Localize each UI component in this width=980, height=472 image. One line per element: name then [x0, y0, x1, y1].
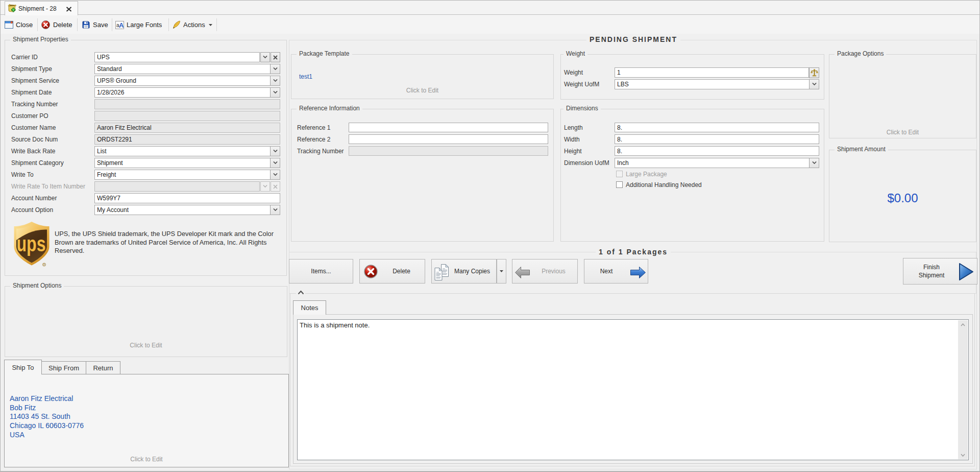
svg-text:ups: ups — [17, 232, 46, 256]
svg-text:A: A — [119, 21, 124, 29]
